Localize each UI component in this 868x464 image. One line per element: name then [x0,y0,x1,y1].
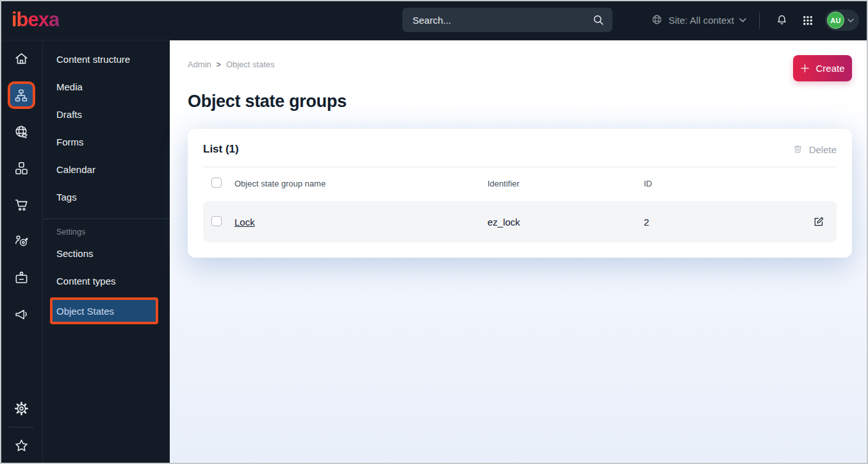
site-context-label: Site: All context [668,15,734,26]
sidebar-item-campaigns[interactable] [0,296,43,333]
ibexa-logo[interactable]: ibexa [12,8,59,32]
global-search [402,8,612,32]
app-grid-icon [802,15,814,26]
breadcrumb-admin-link[interactable]: Admin [188,60,211,69]
breadcrumb-separator: > [217,60,221,69]
table-header-row: Object state group name Identifier ID [203,169,837,198]
chevron-down-icon [848,19,854,22]
sidebar-item-site[interactable] [0,113,43,150]
row-id: 2 [644,217,810,228]
column-header-id: ID [644,179,810,188]
plus-icon [800,63,810,73]
create-button-label: Create [815,63,844,74]
menu-item-forms[interactable]: Forms [43,128,170,156]
row-checkbox[interactable] [211,216,222,226]
trash-icon [792,144,803,155]
sidebar-item-customers[interactable] [0,260,43,296]
content-structure-icon [13,88,29,103]
menu-item-media[interactable]: Media [43,73,170,101]
sidebar-item-commerce[interactable] [0,186,43,223]
sidebar-item-dashboard[interactable] [0,40,43,77]
icon-sidebar [0,40,43,464]
topbar: ibexa Site: All context [0,0,868,40]
list-title: List (1) [203,143,239,156]
sidebar-item-product-catalog[interactable] [0,150,43,186]
select-all-checkbox[interactable] [211,178,222,188]
page-title: Object state groups [188,92,852,112]
chevron-down-icon [739,18,746,22]
gear-icon [13,401,29,417]
object-state-groups-card: List (1) Delete Object state group name … [188,129,852,258]
avatar: AU [827,12,844,29]
row-name-link[interactable]: Lock [234,217,255,228]
card-divider [203,167,837,167]
menu-item-sections[interactable]: Sections [43,240,170,267]
sidebar-item-personalization[interactable] [0,223,43,260]
sidebar-item-bookmarks[interactable] [0,427,43,464]
menu-section-label: Settings [43,224,170,240]
delete-button[interactable]: Delete [792,144,837,155]
search-icon [591,13,605,29]
menu-settings-section: Settings Sections Content types Object S… [43,219,170,327]
topbar-divider [759,12,760,29]
site-context-selector[interactable]: Site: All context [651,13,746,28]
user-menu[interactable]: AU [825,10,859,31]
app-switcher-button[interactable] [799,12,817,29]
search-input[interactable] [402,8,612,32]
create-button[interactable]: Create [793,55,852,81]
breadcrumb-current: Object states [226,60,275,69]
delete-button-label: Delete [809,144,837,155]
table-row: Lock ez_lock 2 [203,201,837,242]
annotation-highlight-box [8,81,35,109]
column-header-name: Object state group name [234,179,487,188]
edit-icon [812,215,825,228]
sidebar-item-content-structure-active[interactable] [0,77,43,113]
personalization-target-icon [13,233,29,249]
product-boxes-icon [13,160,29,176]
star-icon [13,438,29,454]
menu-item-calendar[interactable]: Calendar [43,156,170,183]
menu-item-content-types[interactable]: Content types [43,267,170,295]
bell-icon [775,13,789,27]
cart-icon [13,197,29,213]
column-header-identifier: Identifier [487,179,644,188]
topbar-right: Site: All context AU [651,0,859,40]
menu-item-tags[interactable]: Tags [43,183,170,211]
menu-item-content-structure[interactable]: Content structure [43,46,170,73]
row-edit-button[interactable] [810,213,827,230]
menu-item-drafts[interactable]: Drafts [43,101,170,128]
breadcrumb: Admin > Object states [188,60,275,69]
main-content: Admin > Object states Create Object stat… [170,40,868,464]
megaphone-icon [13,306,29,322]
customer-badge-icon [13,270,29,286]
menu-item-object-states-active[interactable]: Object States [50,297,158,324]
site-globe-icon [13,124,29,140]
notifications-button[interactable] [773,12,790,29]
home-icon [13,51,29,67]
row-identifier: ez_lock [487,217,644,228]
sidebar-item-admin-settings[interactable] [0,390,43,427]
globe-icon [651,13,663,28]
menu-sidebar: Content structure Media Drafts Forms Cal… [43,40,170,464]
